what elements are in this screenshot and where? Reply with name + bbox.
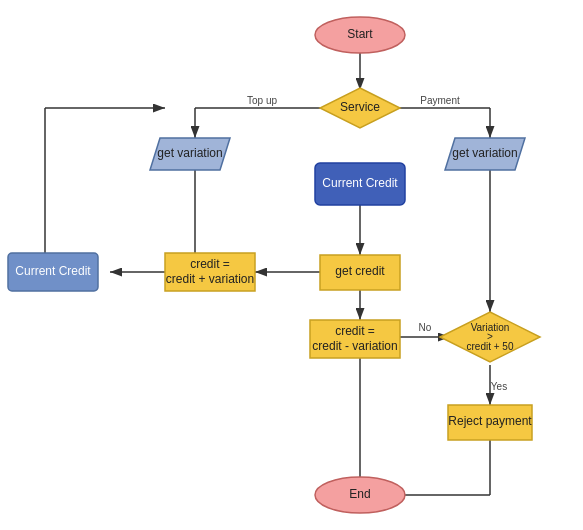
current-credit-middle-label: Current Credit <box>322 176 398 190</box>
reject-payment-label: Reject payment <box>448 414 532 428</box>
label-payment: Payment <box>420 95 460 106</box>
get-variation-left-label: get variation <box>157 146 222 160</box>
credit-add-variation-label1: credit = <box>190 257 230 271</box>
start-label: Start <box>347 27 373 41</box>
end-label: End <box>349 487 370 501</box>
get-credit-label: get credit <box>335 264 385 278</box>
credit-add-variation-label2: credit + variation <box>166 272 254 286</box>
credit-sub-variation-label2: credit - variation <box>312 339 397 353</box>
label-topup: Top up <box>247 95 277 106</box>
get-variation-right-label: get variation <box>452 146 517 160</box>
label-no: No <box>419 322 432 333</box>
variation-check-label3: credit + 50 <box>467 341 514 352</box>
credit-sub-variation-label1: credit = <box>335 324 375 338</box>
current-credit-left-label: Current Credit <box>15 264 91 278</box>
label-yes: Yes <box>491 381 507 392</box>
service-label: Service <box>340 100 380 114</box>
